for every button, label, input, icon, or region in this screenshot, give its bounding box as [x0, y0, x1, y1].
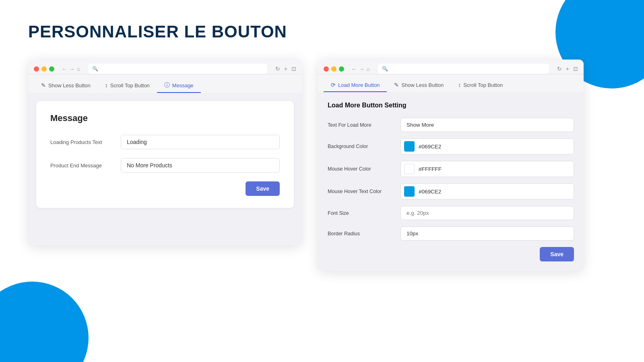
nav-forward[interactable]: →	[69, 66, 74, 72]
nav-home[interactable]: ⌂	[77, 66, 80, 72]
right-browser-body: Load More Button Setting Text For Load M…	[318, 92, 584, 271]
right-browser-window: ← → ⌂ 🔍 ↻ + ⊡ ⟳ Load More Button	[318, 60, 584, 271]
bg-color-value: #069CE2	[419, 144, 441, 150]
tl-yellow-right	[331, 66, 336, 72]
bg-color-input-wrap[interactable]: #069CE2	[400, 138, 574, 154]
tab-scroll-top-left[interactable]: ↕ Scroll Top Button	[98, 78, 157, 93]
tab-show-less-label-left: Show Less Button	[48, 82, 91, 88]
load-more-icon-right: ⟳	[331, 82, 336, 88]
right-browser-actions: ↻ + ⊡	[557, 66, 578, 72]
tl-green	[49, 66, 54, 72]
bg-color-row: Background Color #069CE2	[328, 138, 574, 154]
tl-yellow	[41, 66, 47, 72]
tab-scroll-top-label-left: Scroll Top Button	[110, 82, 150, 88]
nav-forward-right[interactable]: →	[359, 66, 364, 72]
loading-products-label: Loading Products Text	[50, 139, 113, 145]
more-icon-right[interactable]: ⊡	[573, 66, 578, 72]
bg-color-swatch	[404, 141, 415, 152]
message-card-title: Message	[50, 113, 280, 123]
search-icon-right: 🔍	[382, 66, 388, 72]
scroll-top-icon-left: ↕	[105, 82, 108, 88]
hover-color-label: Mouse Hover Color	[328, 166, 394, 172]
show-less-icon-left: ✎	[41, 82, 46, 88]
tab-scroll-top-right[interactable]: ↕ Scroll Top Button	[451, 78, 510, 92]
left-browser-window: ← → ⌂ 🔍 ↻ + ⊡ ✎ Show Less Button	[28, 60, 302, 246]
bg-color-label: Background Color	[328, 144, 394, 149]
add-tab-icon-right[interactable]: +	[566, 66, 569, 72]
tab-show-less-left[interactable]: ✎ Show Less Button	[34, 78, 98, 93]
font-size-input[interactable]	[400, 206, 574, 220]
show-less-icon-right: ✎	[394, 82, 399, 88]
hover-color-row: Mouse Hover Color #FFFFFF	[328, 161, 574, 177]
nav-back[interactable]: ←	[62, 66, 67, 72]
hover-color-value: #FFFFFF	[419, 166, 442, 172]
settings-section-title: Load More Button Setting	[328, 102, 574, 109]
hover-text-color-label: Mouse Hover Text Color	[328, 189, 394, 194]
tab-message-left[interactable]: ⓘ Message	[157, 78, 201, 93]
left-browser-search: 🔍	[88, 64, 267, 74]
left-save-button[interactable]: Save	[246, 181, 280, 196]
refresh-icon[interactable]: ↻	[275, 66, 280, 72]
refresh-icon-right[interactable]: ↻	[557, 66, 562, 72]
product-end-input[interactable]	[121, 158, 280, 173]
border-radius-input[interactable]	[400, 226, 574, 241]
left-browser-body: Message Loading Products Text Product En…	[28, 93, 302, 246]
panels-row: ← → ⌂ 🔍 ↻ + ⊡ ✎ Show Less Button	[28, 60, 616, 271]
page-title: PERSONNALISER LE BOUTON	[28, 22, 616, 41]
tab-load-more-right[interactable]: ⟳ Load More Button	[324, 78, 387, 92]
right-browser-nav: ← → ⌂	[351, 66, 370, 72]
border-radius-label: Border Radius	[328, 231, 394, 237]
more-icon[interactable]: ⊡	[291, 66, 296, 72]
text-load-more-input[interactable]	[400, 118, 574, 132]
scroll-top-icon-right: ↕	[458, 82, 461, 88]
hover-text-color-swatch	[404, 186, 415, 197]
hover-text-color-value: #069CE2	[419, 189, 441, 195]
product-end-label: Product End Message	[50, 162, 113, 169]
hover-text-color-input-wrap[interactable]: #069CE2	[400, 183, 574, 200]
text-load-more-row: Text For Load More	[328, 118, 574, 132]
font-size-row: Font Size	[328, 206, 574, 220]
loading-products-input[interactable]	[121, 135, 280, 149]
tl-green-right	[339, 66, 344, 72]
tab-scroll-top-label-right: Scroll Top Button	[463, 82, 503, 88]
tl-red	[34, 66, 39, 72]
hover-color-input-wrap[interactable]: #FFFFFF	[400, 161, 574, 177]
right-browser-tabs: ⟳ Load More Button ✎ Show Less Button ↕ …	[318, 74, 584, 92]
left-browser-nav: ← → ⌂	[62, 66, 80, 72]
add-tab-icon[interactable]: +	[284, 66, 287, 72]
tab-show-less-right[interactable]: ✎ Show Less Button	[387, 78, 451, 92]
product-end-row: Product End Message	[50, 158, 280, 173]
search-icon: 🔍	[92, 66, 98, 72]
left-browser-chrome: ← → ⌂ 🔍 ↻ + ⊡	[28, 60, 302, 74]
deco-bottom-left	[0, 282, 89, 362]
font-size-label: Font Size	[328, 210, 394, 216]
hover-text-color-row: Mouse Hover Text Color #069CE2	[328, 183, 574, 200]
message-card: Message Loading Products Text Product En…	[36, 101, 294, 208]
text-load-more-label: Text For Load More	[328, 122, 394, 128]
left-browser-actions: ↻ + ⊡	[275, 66, 296, 72]
right-save-row: Save	[328, 247, 574, 261]
left-traffic-lights	[34, 66, 54, 72]
right-browser-search: 🔍	[378, 64, 549, 74]
tl-red-right	[324, 66, 329, 72]
loading-products-row: Loading Products Text	[50, 135, 280, 149]
border-radius-row: Border Radius	[328, 226, 574, 241]
tab-message-label-left: Message	[172, 82, 194, 88]
right-browser-chrome: ← → ⌂ 🔍 ↻ + ⊡	[318, 60, 584, 74]
nav-back-right[interactable]: ←	[351, 66, 357, 72]
main-content: PERSONNALISER LE BOUTON ← → ⌂ 🔍	[0, 0, 644, 271]
right-save-button[interactable]: Save	[540, 247, 574, 261]
nav-home-right[interactable]: ⌂	[367, 66, 370, 72]
right-traffic-lights	[324, 66, 344, 72]
hover-color-swatch	[404, 164, 415, 174]
tab-load-more-label-right: Load More Button	[338, 82, 380, 88]
left-browser-tabs: ✎ Show Less Button ↕ Scroll Top Button ⓘ…	[28, 74, 302, 93]
tab-show-less-label-right: Show Less Button	[401, 82, 444, 88]
message-icon-left: ⓘ	[164, 82, 170, 89]
